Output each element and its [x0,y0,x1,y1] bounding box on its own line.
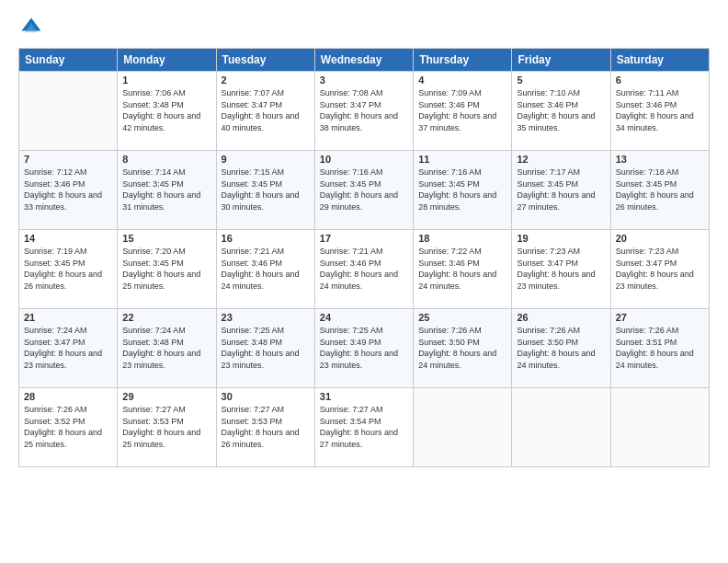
day-info: Sunrise: 7:14 AM Sunset: 3:45 PM Dayligh… [122,167,210,213]
day-info: Sunrise: 7:18 AM Sunset: 3:45 PM Dayligh… [616,167,704,213]
day-number: 13 [616,154,704,165]
day-info: Sunrise: 7:23 AM Sunset: 3:47 PM Dayligh… [616,246,704,292]
calendar-day-cell: 28Sunrise: 7:26 AM Sunset: 3:52 PM Dayli… [19,388,118,467]
calendar-table: SundayMondayTuesdayWednesdayThursdayFrid… [18,48,710,467]
calendar-day-cell: 29Sunrise: 7:27 AM Sunset: 3:53 PM Dayli… [118,388,216,467]
day-number: 7 [24,154,112,165]
calendar-day-cell: 26Sunrise: 7:26 AM Sunset: 3:50 PM Dayli… [512,309,610,388]
day-info: Sunrise: 7:25 AM Sunset: 3:49 PM Dayligh… [320,325,408,371]
weekday-header: Sunday [19,49,118,72]
day-info: Sunrise: 7:07 AM Sunset: 3:47 PM Dayligh… [222,87,310,133]
day-info: Sunrise: 7:27 AM Sunset: 3:53 PM Dayligh… [122,404,210,450]
day-number: 4 [418,75,506,86]
calendar-day-cell [512,388,610,467]
calendar-day-cell: 25Sunrise: 7:26 AM Sunset: 3:50 PM Dayli… [414,309,512,388]
day-info: Sunrise: 7:19 AM Sunset: 3:45 PM Dayligh… [24,246,112,292]
day-info: Sunrise: 7:06 AM Sunset: 3:48 PM Dayligh… [122,87,210,133]
calendar-day-cell: 10Sunrise: 7:16 AM Sunset: 3:45 PM Dayli… [314,151,413,230]
day-info: Sunrise: 7:21 AM Sunset: 3:46 PM Dayligh… [222,246,310,292]
calendar-day-cell: 17Sunrise: 7:21 AM Sunset: 3:46 PM Dayli… [314,230,413,309]
calendar-day-cell: 21Sunrise: 7:24 AM Sunset: 3:47 PM Dayli… [19,309,118,388]
day-number: 20 [616,233,704,244]
calendar-day-cell: 9Sunrise: 7:15 AM Sunset: 3:45 PM Daylig… [216,151,314,230]
day-info: Sunrise: 7:20 AM Sunset: 3:45 PM Dayligh… [122,246,210,292]
weekday-header: Saturday [610,49,709,72]
day-info: Sunrise: 7:24 AM Sunset: 3:48 PM Dayligh… [122,325,210,371]
day-info: Sunrise: 7:10 AM Sunset: 3:46 PM Dayligh… [517,87,605,133]
day-number: 2 [222,75,310,86]
day-number: 24 [320,312,408,323]
day-info: Sunrise: 7:12 AM Sunset: 3:46 PM Dayligh… [24,167,112,213]
calendar-day-cell: 14Sunrise: 7:19 AM Sunset: 3:45 PM Dayli… [19,230,118,309]
day-number: 14 [24,233,112,244]
day-number: 16 [222,233,310,244]
calendar-day-cell: 1Sunrise: 7:06 AM Sunset: 3:48 PM Daylig… [118,72,216,151]
day-number: 9 [222,154,310,165]
day-number: 3 [320,75,408,86]
calendar-day-cell: 11Sunrise: 7:16 AM Sunset: 3:45 PM Dayli… [414,151,512,230]
day-number: 11 [418,154,506,165]
day-info: Sunrise: 7:17 AM Sunset: 3:45 PM Dayligh… [517,167,605,213]
day-number: 23 [222,312,310,323]
day-number: 25 [418,312,506,323]
calendar-week-row: 7Sunrise: 7:12 AM Sunset: 3:46 PM Daylig… [19,151,710,230]
calendar-day-cell: 18Sunrise: 7:22 AM Sunset: 3:46 PM Dayli… [414,230,512,309]
day-number: 10 [320,154,408,165]
weekday-header: Wednesday [314,49,413,72]
day-number: 12 [517,154,605,165]
day-info: Sunrise: 7:16 AM Sunset: 3:45 PM Dayligh… [418,167,506,213]
logo-icon [18,15,44,40]
day-info: Sunrise: 7:25 AM Sunset: 3:48 PM Dayligh… [222,325,310,371]
day-info: Sunrise: 7:26 AM Sunset: 3:50 PM Dayligh… [418,325,506,371]
calendar-week-row: 28Sunrise: 7:26 AM Sunset: 3:52 PM Dayli… [19,388,710,467]
calendar-day-cell: 22Sunrise: 7:24 AM Sunset: 3:48 PM Dayli… [118,309,216,388]
calendar-day-cell: 2Sunrise: 7:07 AM Sunset: 3:47 PM Daylig… [216,72,314,151]
calendar-day-cell [19,72,118,151]
calendar-day-cell: 23Sunrise: 7:25 AM Sunset: 3:48 PM Dayli… [216,309,314,388]
day-number: 30 [222,391,310,402]
weekday-header: Thursday [414,49,512,72]
weekday-header: Friday [512,49,610,72]
day-number: 8 [122,154,210,165]
calendar-day-cell [610,388,709,467]
weekday-header: Tuesday [216,49,314,72]
calendar-day-cell: 24Sunrise: 7:25 AM Sunset: 3:49 PM Dayli… [314,309,413,388]
day-number: 27 [616,312,704,323]
day-number: 6 [616,75,704,86]
calendar-day-cell: 3Sunrise: 7:08 AM Sunset: 3:47 PM Daylig… [314,72,413,151]
calendar-week-row: 1Sunrise: 7:06 AM Sunset: 3:48 PM Daylig… [19,72,710,151]
day-number: 26 [517,312,605,323]
day-info: Sunrise: 7:26 AM Sunset: 3:52 PM Dayligh… [24,404,112,450]
day-info: Sunrise: 7:23 AM Sunset: 3:47 PM Dayligh… [517,246,605,292]
calendar-day-cell: 30Sunrise: 7:27 AM Sunset: 3:53 PM Dayli… [216,388,314,467]
day-number: 22 [122,312,210,323]
day-number: 19 [517,233,605,244]
day-info: Sunrise: 7:08 AM Sunset: 3:47 PM Dayligh… [320,87,408,133]
day-info: Sunrise: 7:27 AM Sunset: 3:53 PM Dayligh… [222,404,310,450]
logo [18,15,48,40]
day-info: Sunrise: 7:26 AM Sunset: 3:51 PM Dayligh… [616,325,704,371]
calendar-day-cell: 4Sunrise: 7:09 AM Sunset: 3:46 PM Daylig… [414,72,512,151]
calendar-header-row: SundayMondayTuesdayWednesdayThursdayFrid… [19,49,710,72]
weekday-header: Monday [118,49,216,72]
calendar-day-cell: 13Sunrise: 7:18 AM Sunset: 3:45 PM Dayli… [610,151,709,230]
day-info: Sunrise: 7:09 AM Sunset: 3:46 PM Dayligh… [418,87,506,133]
calendar-day-cell: 6Sunrise: 7:11 AM Sunset: 3:46 PM Daylig… [610,72,709,151]
day-number: 28 [24,391,112,402]
header [18,15,710,40]
day-info: Sunrise: 7:16 AM Sunset: 3:45 PM Dayligh… [320,167,408,213]
day-info: Sunrise: 7:21 AM Sunset: 3:46 PM Dayligh… [320,246,408,292]
calendar-week-row: 14Sunrise: 7:19 AM Sunset: 3:45 PM Dayli… [19,230,710,309]
day-info: Sunrise: 7:15 AM Sunset: 3:45 PM Dayligh… [222,167,310,213]
day-number: 5 [517,75,605,86]
calendar-day-cell: 5Sunrise: 7:10 AM Sunset: 3:46 PM Daylig… [512,72,610,151]
day-number: 21 [24,312,112,323]
calendar-day-cell: 27Sunrise: 7:26 AM Sunset: 3:51 PM Dayli… [610,309,709,388]
page: SundayMondayTuesdayWednesdayThursdayFrid… [0,0,728,563]
calendar-day-cell: 12Sunrise: 7:17 AM Sunset: 3:45 PM Dayli… [512,151,610,230]
calendar-day-cell: 31Sunrise: 7:27 AM Sunset: 3:54 PM Dayli… [314,388,413,467]
calendar-day-cell: 15Sunrise: 7:20 AM Sunset: 3:45 PM Dayli… [118,230,216,309]
calendar-day-cell: 20Sunrise: 7:23 AM Sunset: 3:47 PM Dayli… [610,230,709,309]
day-info: Sunrise: 7:11 AM Sunset: 3:46 PM Dayligh… [616,87,704,133]
day-info: Sunrise: 7:26 AM Sunset: 3:50 PM Dayligh… [517,325,605,371]
